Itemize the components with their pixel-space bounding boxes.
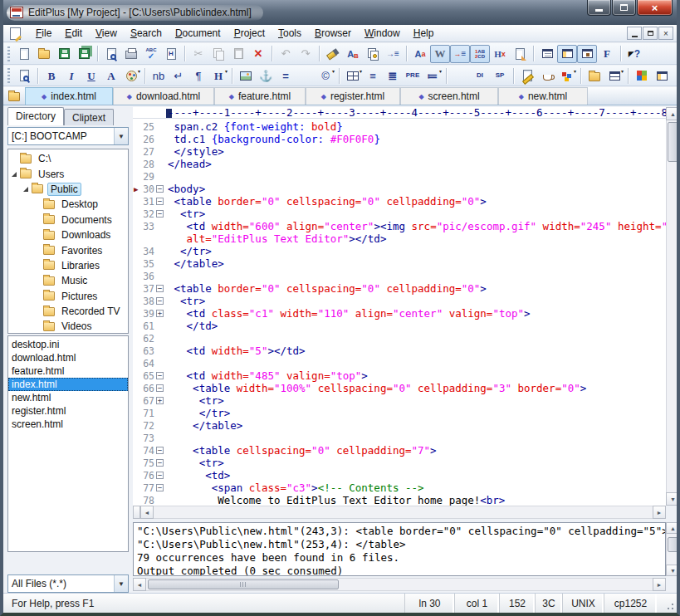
scroll-right-button[interactable]: ► bbox=[653, 506, 666, 519]
output-window-toggle-button[interactable] bbox=[537, 45, 557, 63]
fold-toggle[interactable]: − bbox=[154, 447, 165, 454]
fold-toggle[interactable]: − bbox=[154, 210, 165, 218]
align-left-button[interactable]: ≡ bbox=[363, 66, 383, 85]
fold-toggle[interactable]: − bbox=[154, 459, 165, 467]
file-item-desktop-ini[interactable]: desktop.ini bbox=[8, 338, 128, 351]
minimize-button[interactable] bbox=[587, 0, 611, 16]
file-item-download-html[interactable]: download.html bbox=[8, 351, 128, 364]
menu-window[interactable]: Window bbox=[358, 26, 407, 41]
heading-button[interactable]: H▾ bbox=[208, 66, 228, 85]
output-scroll-down-button[interactable]: ▼ bbox=[666, 565, 680, 576]
context-help-button[interactable]: ◤? bbox=[624, 45, 644, 63]
change-case-button[interactable]: Aa bbox=[410, 45, 430, 63]
toolbox-toggle-button[interactable] bbox=[577, 45, 597, 63]
tab-index-html[interactable]: ◆index.html bbox=[25, 87, 113, 105]
line-numbers-button[interactable]: 1AB2CD bbox=[470, 45, 490, 63]
select-all-template-button[interactable] bbox=[510, 45, 530, 63]
new-document-button[interactable] bbox=[14, 45, 34, 63]
expand-arrow-icon[interactable] bbox=[12, 172, 17, 177]
menu-document[interactable]: Document bbox=[169, 26, 227, 41]
print-preview-button[interactable] bbox=[101, 45, 121, 63]
fold-toggle[interactable]: − bbox=[154, 198, 165, 205]
output-scroll-right-button[interactable]: ► bbox=[653, 578, 666, 591]
file-item-index-html[interactable]: index.html bbox=[8, 378, 128, 391]
tree-item-videos[interactable]: Videos bbox=[8, 319, 128, 334]
hex-viewer-button[interactable]: Hx bbox=[490, 45, 510, 63]
tb1-gripper[interactable] bbox=[7, 46, 10, 61]
file-item-new-html[interactable]: new.html bbox=[8, 391, 128, 404]
output-line[interactable]: 79 occurrences have been found in 6 file… bbox=[137, 551, 665, 565]
edit-cliptext-button[interactable] bbox=[517, 66, 537, 85]
tab-new-html[interactable]: ◆new.html bbox=[498, 87, 588, 105]
file-item-feature-html[interactable]: feature.html bbox=[8, 364, 128, 378]
document-selector-button[interactable] bbox=[3, 86, 25, 105]
new-window-button[interactable] bbox=[585, 66, 604, 85]
title-bar[interactable]: EditPlus [My Project] - [C:\Users\Public… bbox=[0, 0, 680, 25]
save-button[interactable] bbox=[54, 45, 74, 63]
dropdown-arrow-icon[interactable]: ▼ bbox=[114, 128, 128, 144]
horizontal-rule-button[interactable]: = bbox=[276, 66, 296, 85]
fold-toggle[interactable]: + bbox=[154, 397, 165, 404]
fold-toggle[interactable]: − bbox=[154, 372, 165, 379]
align-center-button[interactable]: ≣ bbox=[383, 66, 403, 85]
output-line[interactable]: Output completed (0 sec consumed) bbox=[137, 565, 665, 576]
windows-tools-button[interactable] bbox=[632, 66, 652, 85]
anchor-button[interactable]: ⚓ bbox=[256, 66, 276, 85]
fold-toggle[interactable]: − bbox=[154, 297, 165, 305]
menu-tools[interactable]: Tools bbox=[272, 26, 308, 41]
sidebar-tab-directory[interactable]: Directory bbox=[7, 107, 64, 125]
print-button[interactable] bbox=[121, 45, 141, 63]
tab-feature-html[interactable]: ◆feature.html bbox=[214, 87, 306, 105]
special-character-button[interactable]: ©▾ bbox=[316, 66, 335, 85]
menu-browser[interactable]: Browser bbox=[308, 26, 358, 41]
dropdown-arrow-icon[interactable]: ▼ bbox=[114, 575, 128, 592]
fold-toggle[interactable]: − bbox=[154, 285, 165, 292]
output-scroll-up-button[interactable]: ▲ bbox=[666, 522, 680, 534]
split-box[interactable] bbox=[133, 506, 140, 519]
user-tools-button[interactable] bbox=[537, 66, 557, 85]
document-template-button[interactable]: H bbox=[161, 45, 181, 63]
editor-vscrollbar[interactable] bbox=[666, 107, 680, 506]
tab-register-html[interactable]: ◆register.html bbox=[306, 87, 400, 105]
editor-vscroll-thumb[interactable] bbox=[668, 122, 678, 162]
tab-download-html[interactable]: ◆download.html bbox=[113, 87, 214, 105]
directory-window-toggle-button[interactable] bbox=[557, 45, 577, 63]
tree-item-documents[interactable]: Documents bbox=[8, 213, 128, 227]
tree-item-pictures[interactable]: Pictures bbox=[8, 289, 128, 304]
fold-toggle[interactable]: − bbox=[154, 484, 165, 491]
preformatted-button[interactable]: PRE bbox=[403, 66, 423, 85]
tree-item-favorites[interactable]: Favorites bbox=[8, 242, 128, 257]
tree-item-libraries[interactable]: Libraries bbox=[8, 258, 128, 273]
split-window-button[interactable]: ▾ bbox=[604, 66, 624, 85]
editor-hscrollbar[interactable] bbox=[133, 506, 666, 519]
find-button[interactable] bbox=[323, 45, 343, 63]
non-breaking-space-button[interactable]: nb bbox=[149, 66, 169, 85]
file-item-register-html[interactable]: register.html bbox=[8, 404, 128, 418]
open-file-button[interactable] bbox=[34, 45, 54, 63]
find-in-files-button[interactable] bbox=[363, 45, 383, 63]
italic-button[interactable]: I bbox=[61, 66, 81, 85]
expand-arrow-icon[interactable] bbox=[23, 187, 28, 192]
list-button[interactable]: ≔▾ bbox=[423, 66, 443, 85]
scroll-down-button[interactable]: ▼ bbox=[666, 492, 680, 506]
mdi-close-button[interactable]: × bbox=[658, 27, 673, 40]
scroll-left-button[interactable]: ◄ bbox=[140, 506, 154, 519]
tree-item-music[interactable]: Music bbox=[8, 273, 128, 288]
tree-item-c[interactable]: C:\ bbox=[8, 151, 128, 166]
tree-item-downloads[interactable]: Downloads bbox=[8, 227, 128, 242]
fold-toggle[interactable]: − bbox=[154, 472, 165, 479]
output-hscroll-thumb[interactable] bbox=[148, 579, 339, 589]
image-button[interactable] bbox=[236, 66, 256, 85]
tab-screen-html[interactable]: ◆screen.html bbox=[400, 87, 498, 105]
document-icon[interactable] bbox=[10, 27, 21, 40]
resize-grip[interactable] bbox=[665, 601, 675, 611]
goto-line-button[interactable]: →≡ bbox=[383, 45, 403, 63]
font-color-button[interactable]: ▾ bbox=[121, 66, 141, 85]
tb2-gripper[interactable] bbox=[7, 68, 10, 83]
replace-button[interactable]: AB bbox=[343, 45, 363, 63]
close-button[interactable]: × bbox=[637, 0, 673, 16]
tree-item-users[interactable]: Users bbox=[8, 166, 128, 181]
tool-groups-button[interactable]: ▾ bbox=[557, 66, 577, 85]
output-window[interactable]: "C:\Users\Public\new.html"(243,3): <tabl… bbox=[133, 522, 666, 576]
line-break-button[interactable]: ↵ bbox=[169, 66, 188, 85]
